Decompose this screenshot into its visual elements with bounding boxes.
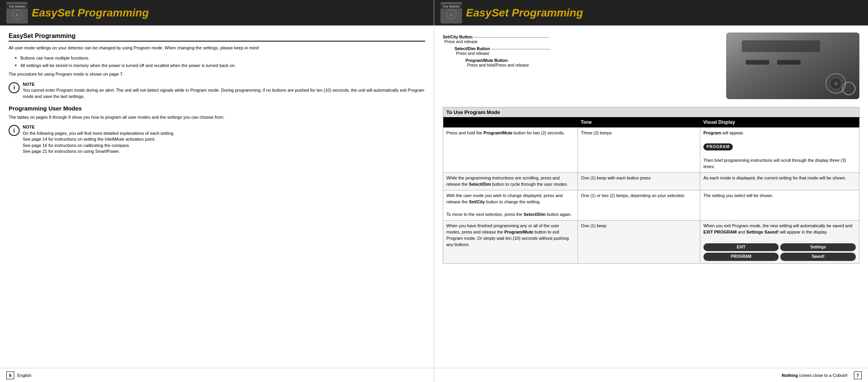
note-line-0: On the following pages, you will find mo… bbox=[23, 130, 174, 136]
row1-tone: Three (3) beeps bbox=[578, 128, 700, 173]
cobra-logo-right: C bbox=[444, 9, 459, 21]
page-7-footer: Nothing comes close to a Cobra® 7 bbox=[434, 368, 868, 382]
row1-action: Press and hold the Program/Mute button f… bbox=[443, 128, 578, 173]
diagram-label-2: Select/Dim Button Press and release bbox=[455, 46, 551, 56]
easySet-body: All user mode settings on your detector … bbox=[9, 45, 425, 51]
pages-container: Your Detector C EasySet Programming Easy… bbox=[0, 0, 868, 382]
page-6-footer: 6 English bbox=[0, 368, 434, 382]
col-header-action bbox=[443, 117, 578, 128]
note-line-2: See page 16 for instructions on calibrat… bbox=[23, 143, 174, 148]
col-header-tone: Tone bbox=[578, 117, 700, 128]
row3-action: With the user mode you wish to change di… bbox=[443, 190, 578, 221]
program-table: Tone Visual Display Press and hold the P… bbox=[443, 117, 859, 264]
programming-user-modes-title: Programming User Modes bbox=[9, 105, 425, 112]
svg-text:C: C bbox=[16, 13, 18, 17]
exit-badge: EXIT bbox=[703, 243, 779, 252]
table-row: While the programming instructions are s… bbox=[443, 173, 859, 190]
page-num-6: 6 bbox=[6, 371, 14, 379]
page-6-header: Your Detector C EasySet Programming bbox=[0, 0, 434, 25]
svg-text:C: C bbox=[450, 13, 453, 17]
svg-rect-9 bbox=[746, 60, 769, 65]
row1-display-extra: Then brief programming instructions will… bbox=[703, 158, 846, 169]
row4-display: When you exit Program mode, the new sett… bbox=[700, 220, 859, 263]
row1-display: Program will appear. PROGRAM Then brief … bbox=[700, 128, 859, 173]
settings-badge: Settings bbox=[780, 243, 856, 252]
diagram-labels: Set/City Button Press and release Select… bbox=[443, 34, 551, 67]
program-badge-1: PROGRAM bbox=[703, 143, 733, 151]
row4-action: When you have finished programming any o… bbox=[443, 220, 578, 263]
diagram-area: Set/City Button Press and release Select… bbox=[443, 33, 859, 103]
note-line-1: See page 14 for instructions on setting … bbox=[23, 136, 174, 142]
saved-badge: Saved! bbox=[780, 253, 856, 261]
bullet-1: Buttons can have multiple functions. bbox=[15, 55, 425, 61]
page-6-content: EasySet Programming All user mode settin… bbox=[0, 25, 434, 368]
diagram-label-1: Set/City Button Press and release bbox=[443, 34, 551, 44]
program-badge-2: PROGRAM bbox=[703, 253, 779, 261]
note-label-1: NOTE bbox=[23, 81, 425, 87]
procedure-text: The procedure for using Program mode is … bbox=[9, 71, 425, 78]
logo-label-left: Your Detector bbox=[6, 4, 28, 9]
note-label-2: NOTE bbox=[23, 124, 174, 130]
row3-display: The setting you select will be shown. bbox=[700, 190, 859, 221]
language-label: English bbox=[17, 373, 31, 378]
table-row: Press and hold the Program/Mute button f… bbox=[443, 128, 859, 173]
page-7-content: Set/City Button Press and release Select… bbox=[434, 25, 868, 368]
subsection-body: The tables on pages 8 through 9 show you… bbox=[9, 114, 425, 121]
table-row: When you have finished programming any o… bbox=[443, 220, 859, 263]
page-6-title: EasySet Programming bbox=[32, 7, 149, 19]
row3-tone: One (1) or two (2) beeps, depending on y… bbox=[578, 190, 700, 221]
note-box-1: i NOTE You cannot enter Program mode dur… bbox=[9, 81, 425, 100]
svg-rect-8 bbox=[742, 40, 820, 52]
col-header-display: Visual Display bbox=[700, 117, 859, 128]
page-num-7: 7 bbox=[854, 371, 862, 379]
bullet-2: All settings will be stored in memory wh… bbox=[15, 63, 425, 69]
svg-point-7 bbox=[834, 81, 838, 85]
page-6: Your Detector C EasySet Programming Easy… bbox=[0, 0, 434, 382]
footer-tagline: Nothing comes close to a Cobra® bbox=[782, 373, 848, 378]
note-icon-2: i bbox=[9, 125, 20, 136]
logo-left: Your Detector C bbox=[6, 2, 28, 24]
easySet-title: EasySet Programming bbox=[9, 33, 425, 42]
exit-program-display: EXIT Settings PROGRAM Saved! bbox=[703, 243, 856, 261]
row2-action: While the programming instructions are s… bbox=[443, 173, 578, 190]
page-7: Your Detector C EasySet Programming Set/… bbox=[434, 0, 868, 382]
note-text-1: You cannot enter Program mode during an … bbox=[23, 87, 425, 100]
logo-label-right: Your Detector bbox=[440, 4, 462, 9]
logo-right: Your Detector C bbox=[440, 2, 462, 24]
note-icon-1: i bbox=[9, 82, 20, 93]
svg-rect-10 bbox=[777, 60, 801, 65]
page-7-title: EasySet Programming bbox=[466, 7, 583, 19]
row4-tone: One (1) beep bbox=[578, 220, 700, 263]
note-content-1: NOTE You cannot enter Program mode durin… bbox=[23, 81, 425, 100]
diagram-label-3: Program/Mute Button Press and hold/Press… bbox=[466, 58, 551, 67]
note-line-3: See page 21 for instructions on using Sm… bbox=[23, 148, 174, 154]
page-7-header: Your Detector C EasySet Programming bbox=[434, 0, 868, 25]
note-box-2: i NOTE On the following pages, you will … bbox=[9, 124, 425, 154]
bullet-list: Buttons can have multiple functions. All… bbox=[9, 55, 425, 69]
row2-tone: One (1) beep with each button press bbox=[578, 173, 700, 190]
note-content-2: NOTE On the following pages, you will fi… bbox=[23, 124, 174, 154]
device-photo bbox=[726, 33, 859, 99]
table-header-text: To Use Program Mode bbox=[443, 107, 859, 117]
cobra-logo-left: C bbox=[9, 9, 25, 21]
table-row: With the user mode you wish to change di… bbox=[443, 190, 859, 221]
row2-display: As each mode is displayed, the current s… bbox=[700, 173, 859, 190]
